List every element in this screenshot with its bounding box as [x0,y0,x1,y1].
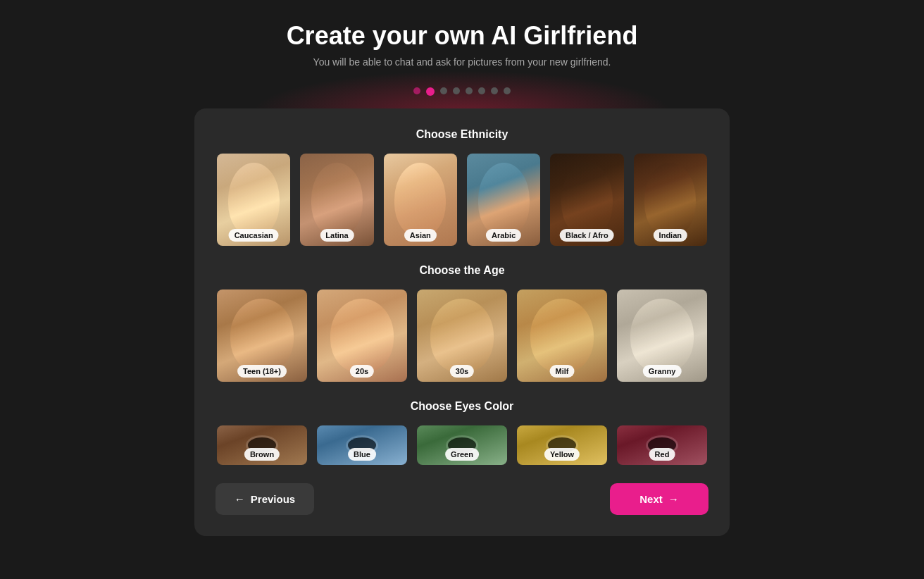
eyes-blue-label: Blue [348,448,376,461]
age-teen-label: Teen (18+) [237,365,287,378]
ethnicity-asian[interactable]: Asian [382,152,458,247]
eyes-yellow[interactable]: Yellow [516,424,608,466]
eyes-green-label: Green [445,448,479,461]
button-row: ← Previous Next → [216,483,708,515]
ethnicity-latina-label: Latina [320,229,354,242]
progress-dot-2 [426,87,435,96]
next-arrow-icon: → [668,493,679,505]
ethnicity-asian-label: Asian [404,229,437,242]
ethnicity-section: Choose Ethnicity Caucasian Latina Asian … [216,128,708,247]
ethnicity-indian-label: Indian [654,229,687,242]
page-header: Create your own AI Girlfriend You will b… [287,0,638,79]
eyes-red[interactable]: Red [616,424,708,466]
age-20s-label: 20s [350,365,374,378]
eyes-brown[interactable]: Brown [216,424,308,466]
eyes-title: Choose Eyes Color [216,400,708,413]
progress-dot-8 [504,87,511,94]
ethnicity-caucasian[interactable]: Caucasian [216,152,292,247]
main-card: Choose Ethnicity Caucasian Latina Asian … [194,108,730,536]
previous-arrow-icon: ← [235,493,245,505]
ethnicity-latina[interactable]: Latina [299,152,375,247]
ethnicity-grid: Caucasian Latina Asian Arabic Black / Af… [216,152,708,247]
ethnicity-caucasian-label: Caucasian [229,229,279,242]
progress-dot-6 [478,87,485,94]
ethnicity-arabic[interactable]: Arabic [466,152,542,247]
age-30s-label: 30s [450,365,474,378]
progress-dot-7 [491,87,498,94]
age-milf-label: Milf [550,365,575,378]
ethnicity-black[interactable]: Black / Afro [549,152,625,247]
eyes-grid: Brown Blue Green Yellow Red [216,424,708,466]
age-30s[interactable]: 30s [416,288,508,383]
age-20s[interactable]: 20s [316,288,408,383]
eyes-section: Choose Eyes Color Brown Blue Green Yello… [216,400,708,466]
previous-button[interactable]: ← Previous [216,483,314,515]
eyes-green[interactable]: Green [416,424,508,466]
ethnicity-black-label: Black / Afro [560,229,614,242]
next-button[interactable]: Next → [610,483,708,515]
page-subtitle: You will be able to chat and ask for pic… [287,56,638,68]
age-granny[interactable]: Granny [616,288,708,383]
ethnicity-indian[interactable]: Indian [632,152,708,247]
previous-label: Previous [251,493,295,505]
age-section: Choose the Age Teen (18+) 20s 30s Milf G… [216,264,708,383]
age-milf[interactable]: Milf [516,288,608,383]
eyes-yellow-label: Yellow [544,448,580,461]
ethnicity-title: Choose Ethnicity [216,128,708,141]
eyes-blue[interactable]: Blue [316,424,408,466]
progress-dot-5 [466,87,473,94]
progress-dot-3 [440,87,447,94]
age-granny-label: Granny [643,365,682,378]
age-teen[interactable]: Teen (18+) [216,288,308,383]
ethnicity-arabic-label: Arabic [486,229,521,242]
eyes-red-label: Red [649,448,675,461]
next-label: Next [639,493,663,505]
progress-dot-4 [453,87,460,94]
progress-indicator [413,87,511,96]
eyes-brown-label: Brown [244,448,280,461]
progress-dot-1 [413,87,420,94]
page-title: Create your own AI Girlfriend [287,21,638,51]
age-grid: Teen (18+) 20s 30s Milf Granny [216,288,708,383]
age-title: Choose the Age [216,264,708,277]
